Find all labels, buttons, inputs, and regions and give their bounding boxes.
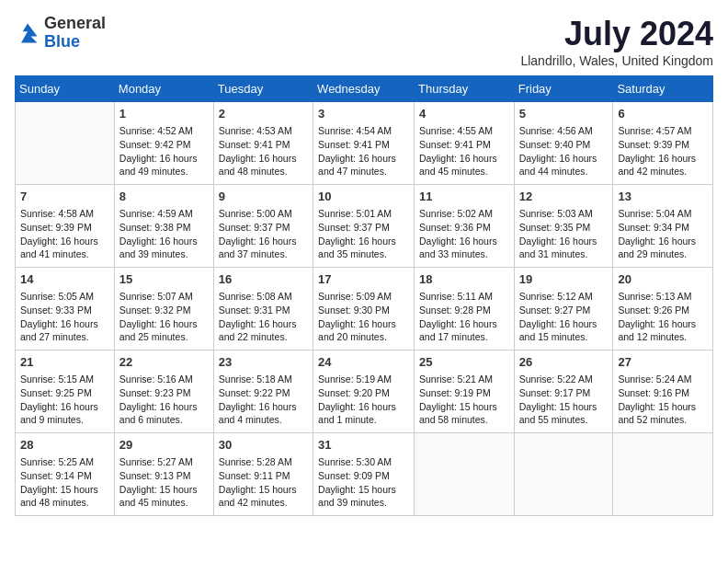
calendar-cell: 21Sunrise: 5:15 AM Sunset: 9:25 PM Dayli… [16, 350, 115, 433]
calendar-cell: 25Sunrise: 5:21 AM Sunset: 9:19 PM Dayli… [415, 350, 515, 433]
calendar-cell [415, 433, 515, 516]
calendar-cell: 13Sunrise: 5:04 AM Sunset: 9:34 PM Dayli… [613, 185, 713, 268]
day-number: 31 [318, 437, 409, 454]
day-info: Sunrise: 5:03 AM Sunset: 9:35 PM Dayligh… [519, 207, 609, 261]
calendar-cell: 30Sunrise: 5:28 AM Sunset: 9:11 PM Dayli… [213, 433, 313, 516]
day-info: Sunrise: 5:02 AM Sunset: 9:36 PM Dayligh… [419, 207, 509, 261]
title-block: July 2024 Llandrillo, Wales, United King… [520, 15, 713, 68]
calendar-cell: 4Sunrise: 4:55 AM Sunset: 9:41 PM Daylig… [415, 102, 515, 185]
calendar-cell: 28Sunrise: 5:25 AM Sunset: 9:14 PM Dayli… [16, 433, 115, 516]
location-subtitle: Llandrillo, Wales, United Kingdom [520, 53, 713, 68]
day-info: Sunrise: 5:12 AM Sunset: 9:27 PM Dayligh… [519, 290, 609, 344]
day-number: 20 [618, 271, 708, 288]
day-info: Sunrise: 5:04 AM Sunset: 9:34 PM Dayligh… [618, 207, 708, 261]
header-thursday: Thursday [415, 76, 515, 102]
day-number: 27 [618, 354, 708, 371]
header-friday: Friday [514, 76, 613, 102]
calendar-cell: 12Sunrise: 5:03 AM Sunset: 9:35 PM Dayli… [514, 185, 613, 268]
day-info: Sunrise: 5:22 AM Sunset: 9:17 PM Dayligh… [519, 373, 609, 427]
calendar-cell [613, 433, 713, 516]
calendar-cell: 19Sunrise: 5:12 AM Sunset: 9:27 PM Dayli… [514, 268, 613, 350]
calendar-cell: 7Sunrise: 4:58 AM Sunset: 9:39 PM Daylig… [16, 185, 115, 268]
day-info: Sunrise: 5:28 AM Sunset: 9:11 PM Dayligh… [219, 455, 308, 510]
calendar-cell: 16Sunrise: 5:08 AM Sunset: 9:31 PM Dayli… [213, 268, 313, 350]
calendar-cell [514, 433, 613, 516]
calendar-cell: 24Sunrise: 5:19 AM Sunset: 9:20 PM Dayli… [313, 350, 415, 433]
calendar-week-row: 28Sunrise: 5:25 AM Sunset: 9:14 PM Dayli… [16, 433, 713, 516]
day-info: Sunrise: 5:30 AM Sunset: 9:09 PM Dayligh… [318, 455, 409, 510]
day-number: 2 [219, 106, 308, 122]
header-tuesday: Tuesday [213, 76, 313, 102]
day-number: 9 [219, 189, 308, 205]
day-info: Sunrise: 5:11 AM Sunset: 9:28 PM Dayligh… [419, 290, 509, 344]
day-number: 17 [318, 271, 409, 288]
day-info: Sunrise: 4:58 AM Sunset: 9:39 PM Dayligh… [20, 207, 109, 261]
calendar-cell [16, 102, 115, 185]
header-sunday: Sunday [16, 76, 115, 102]
day-number: 12 [519, 189, 609, 205]
calendar-cell: 27Sunrise: 5:24 AM Sunset: 9:16 PM Dayli… [613, 350, 713, 433]
day-number: 4 [419, 106, 509, 122]
calendar-cell: 31Sunrise: 5:30 AM Sunset: 9:09 PM Dayli… [313, 433, 415, 516]
calendar-week-row: 14Sunrise: 5:05 AM Sunset: 9:33 PM Dayli… [16, 268, 713, 350]
calendar-cell: 3Sunrise: 4:54 AM Sunset: 9:41 PM Daylig… [313, 102, 415, 185]
calendar-cell: 2Sunrise: 4:53 AM Sunset: 9:41 PM Daylig… [213, 102, 313, 185]
day-info: Sunrise: 5:18 AM Sunset: 9:22 PM Dayligh… [219, 373, 308, 427]
day-info: Sunrise: 5:13 AM Sunset: 9:26 PM Dayligh… [618, 290, 708, 344]
calendar-cell: 20Sunrise: 5:13 AM Sunset: 9:26 PM Dayli… [613, 268, 713, 350]
day-info: Sunrise: 5:25 AM Sunset: 9:14 PM Dayligh… [20, 455, 109, 510]
header-monday: Monday [114, 76, 213, 102]
calendar-cell: 15Sunrise: 5:07 AM Sunset: 9:32 PM Dayli… [114, 268, 213, 350]
page-header: General Blue July 2024 Llandrillo, Wales… [15, 15, 713, 68]
calendar-cell: 9Sunrise: 5:00 AM Sunset: 9:37 PM Daylig… [213, 185, 313, 268]
day-number: 21 [20, 354, 109, 371]
logo-general: General [44, 14, 106, 32]
day-number: 5 [519, 106, 609, 122]
day-number: 28 [20, 437, 109, 454]
logo: General Blue [15, 15, 106, 52]
calendar-cell: 26Sunrise: 5:22 AM Sunset: 9:17 PM Dayli… [514, 350, 613, 433]
day-info: Sunrise: 4:59 AM Sunset: 9:38 PM Dayligh… [119, 207, 209, 261]
day-number: 26 [519, 354, 609, 371]
logo-blue: Blue [44, 32, 80, 51]
day-info: Sunrise: 5:16 AM Sunset: 9:23 PM Dayligh… [119, 373, 209, 427]
day-number: 24 [318, 354, 409, 371]
day-info: Sunrise: 5:09 AM Sunset: 9:30 PM Dayligh… [318, 290, 409, 344]
logo-text: General Blue [44, 15, 106, 52]
calendar-cell: 22Sunrise: 5:16 AM Sunset: 9:23 PM Dayli… [114, 350, 213, 433]
day-number: 3 [318, 106, 409, 122]
logo-icon [15, 20, 40, 46]
day-info: Sunrise: 5:24 AM Sunset: 9:16 PM Dayligh… [618, 373, 708, 427]
calendar-cell: 6Sunrise: 4:57 AM Sunset: 9:39 PM Daylig… [613, 102, 713, 185]
day-info: Sunrise: 5:01 AM Sunset: 9:37 PM Dayligh… [318, 207, 409, 261]
day-info: Sunrise: 5:15 AM Sunset: 9:25 PM Dayligh… [20, 373, 109, 427]
day-number: 13 [618, 189, 708, 205]
day-number: 7 [20, 189, 109, 205]
day-info: Sunrise: 4:54 AM Sunset: 9:41 PM Dayligh… [318, 124, 409, 178]
day-number: 15 [119, 271, 209, 288]
day-number: 29 [119, 437, 209, 454]
day-number: 19 [519, 271, 609, 288]
day-number: 23 [219, 354, 308, 371]
day-number: 16 [219, 271, 308, 288]
calendar-cell: 1Sunrise: 4:52 AM Sunset: 9:42 PM Daylig… [114, 102, 213, 185]
calendar-week-row: 7Sunrise: 4:58 AM Sunset: 9:39 PM Daylig… [16, 185, 713, 268]
day-number: 10 [318, 189, 409, 205]
calendar-cell: 11Sunrise: 5:02 AM Sunset: 9:36 PM Dayli… [415, 185, 515, 268]
day-number: 14 [20, 271, 109, 288]
day-info: Sunrise: 4:53 AM Sunset: 9:41 PM Dayligh… [219, 124, 308, 178]
calendar-cell: 5Sunrise: 4:56 AM Sunset: 9:40 PM Daylig… [514, 102, 613, 185]
calendar-cell: 17Sunrise: 5:09 AM Sunset: 9:30 PM Dayli… [313, 268, 415, 350]
calendar-cell: 18Sunrise: 5:11 AM Sunset: 9:28 PM Dayli… [415, 268, 515, 350]
calendar-week-row: 21Sunrise: 5:15 AM Sunset: 9:25 PM Dayli… [16, 350, 713, 433]
day-info: Sunrise: 4:55 AM Sunset: 9:41 PM Dayligh… [419, 124, 509, 178]
day-info: Sunrise: 5:27 AM Sunset: 9:13 PM Dayligh… [119, 455, 209, 510]
calendar-cell: 14Sunrise: 5:05 AM Sunset: 9:33 PM Dayli… [16, 268, 115, 350]
calendar-header-row: SundayMondayTuesdayWednesdayThursdayFrid… [16, 76, 713, 102]
header-wednesday: Wednesday [313, 76, 415, 102]
header-saturday: Saturday [613, 76, 713, 102]
day-info: Sunrise: 5:19 AM Sunset: 9:20 PM Dayligh… [318, 373, 409, 427]
calendar-cell: 29Sunrise: 5:27 AM Sunset: 9:13 PM Dayli… [114, 433, 213, 516]
day-number: 22 [119, 354, 209, 371]
day-info: Sunrise: 5:05 AM Sunset: 9:33 PM Dayligh… [20, 290, 109, 344]
